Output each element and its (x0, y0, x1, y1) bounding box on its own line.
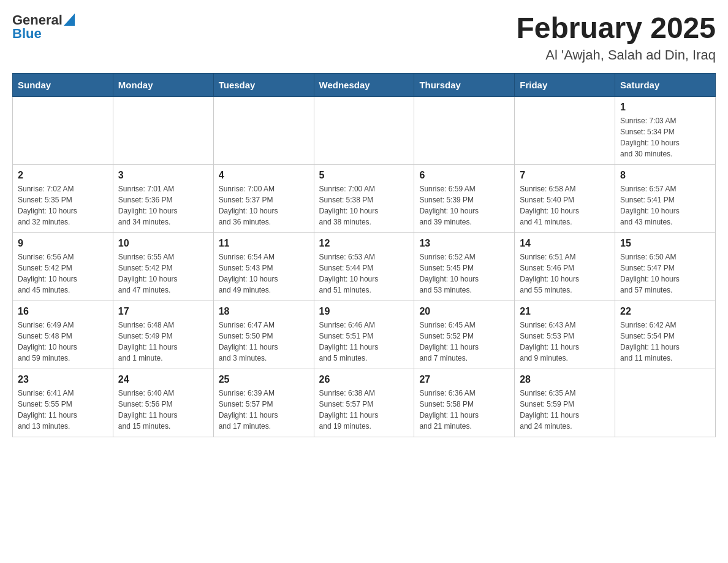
calendar-week-2: 2Sunrise: 7:02 AM Sunset: 5:35 PM Daylig… (13, 164, 716, 232)
calendar-cell: 8Sunrise: 6:57 AM Sunset: 5:41 PM Daylig… (615, 164, 716, 232)
day-info: Sunrise: 7:03 AM Sunset: 5:34 PM Dayligh… (620, 115, 710, 159)
day-info: Sunrise: 7:02 AM Sunset: 5:35 PM Dayligh… (18, 183, 108, 228)
day-info: Sunrise: 6:51 AM Sunset: 5:46 PM Dayligh… (520, 251, 610, 296)
day-number: 17 (118, 306, 208, 317)
weekday-header-friday: Friday (515, 73, 615, 96)
day-number: 6 (419, 170, 509, 181)
logo: General Blue (12, 12, 75, 42)
day-info: Sunrise: 6:53 AM Sunset: 5:44 PM Dayligh… (319, 251, 409, 296)
day-number: 20 (419, 306, 509, 317)
day-info: Sunrise: 6:41 AM Sunset: 5:55 PM Dayligh… (18, 388, 108, 432)
calendar-cell: 18Sunrise: 6:47 AM Sunset: 5:50 PM Dayli… (213, 301, 314, 369)
calendar-cell: 21Sunrise: 6:43 AM Sunset: 5:53 PM Dayli… (515, 301, 615, 369)
calendar-cell (13, 96, 113, 164)
day-info: Sunrise: 6:54 AM Sunset: 5:43 PM Dayligh… (219, 251, 309, 296)
day-number: 13 (419, 238, 509, 249)
day-number: 12 (319, 238, 409, 249)
day-number: 18 (219, 306, 309, 317)
day-number: 7 (520, 170, 610, 181)
calendar-cell: 27Sunrise: 6:36 AM Sunset: 5:58 PM Dayli… (414, 369, 515, 437)
calendar-cell: 17Sunrise: 6:48 AM Sunset: 5:49 PM Dayli… (113, 301, 213, 369)
day-number: 16 (18, 306, 108, 317)
day-info: Sunrise: 6:47 AM Sunset: 5:50 PM Dayligh… (219, 320, 309, 364)
day-info: Sunrise: 6:49 AM Sunset: 5:48 PM Dayligh… (18, 320, 108, 364)
location-title: Al 'Awjah, Salah ad Din, Iraq (516, 47, 716, 63)
weekday-header-wednesday: Wednesday (314, 73, 414, 96)
calendar-cell: 7Sunrise: 6:58 AM Sunset: 5:40 PM Daylig… (515, 164, 615, 232)
calendar-cell: 28Sunrise: 6:35 AM Sunset: 5:59 PM Dayli… (515, 369, 615, 437)
day-number: 10 (118, 238, 208, 249)
day-number: 23 (18, 374, 108, 385)
day-info: Sunrise: 6:59 AM Sunset: 5:39 PM Dayligh… (419, 183, 509, 228)
day-info: Sunrise: 6:35 AM Sunset: 5:59 PM Dayligh… (520, 388, 610, 432)
calendar-cell: 9Sunrise: 6:56 AM Sunset: 5:42 PM Daylig… (13, 232, 113, 301)
day-info: Sunrise: 7:00 AM Sunset: 5:37 PM Dayligh… (219, 183, 309, 228)
day-info: Sunrise: 6:48 AM Sunset: 5:49 PM Dayligh… (118, 320, 208, 364)
day-info: Sunrise: 7:01 AM Sunset: 5:36 PM Dayligh… (118, 183, 208, 228)
day-info: Sunrise: 6:38 AM Sunset: 5:57 PM Dayligh… (319, 388, 409, 432)
calendar-cell: 14Sunrise: 6:51 AM Sunset: 5:46 PM Dayli… (515, 232, 615, 301)
calendar-cell: 22Sunrise: 6:42 AM Sunset: 5:54 PM Dayli… (615, 301, 716, 369)
day-number: 19 (319, 306, 409, 317)
calendar-cell: 16Sunrise: 6:49 AM Sunset: 5:48 PM Dayli… (13, 301, 113, 369)
day-number: 4 (219, 170, 309, 181)
day-number: 28 (520, 374, 610, 385)
day-info: Sunrise: 6:50 AM Sunset: 5:47 PM Dayligh… (620, 251, 710, 296)
logo-blue-text: Blue (12, 26, 42, 42)
calendar-cell: 2Sunrise: 7:02 AM Sunset: 5:35 PM Daylig… (13, 164, 113, 232)
weekday-header-thursday: Thursday (414, 73, 515, 96)
day-number: 26 (319, 374, 409, 385)
title-block: February 2025 Al 'Awjah, Salah ad Din, I… (516, 12, 716, 63)
day-info: Sunrise: 6:46 AM Sunset: 5:51 PM Dayligh… (319, 320, 409, 364)
month-title: February 2025 (516, 12, 716, 45)
day-number: 22 (620, 306, 710, 317)
calendar-cell: 26Sunrise: 6:38 AM Sunset: 5:57 PM Dayli… (314, 369, 414, 437)
day-number: 14 (520, 238, 610, 249)
calendar-cell: 10Sunrise: 6:55 AM Sunset: 5:42 PM Dayli… (113, 232, 213, 301)
day-info: Sunrise: 6:58 AM Sunset: 5:40 PM Dayligh… (520, 183, 610, 228)
logo-triangle-icon (64, 13, 75, 26)
calendar-cell (414, 96, 515, 164)
calendar-week-3: 9Sunrise: 6:56 AM Sunset: 5:42 PM Daylig… (13, 232, 716, 301)
day-number: 5 (319, 170, 409, 181)
calendar-cell (113, 96, 213, 164)
day-info: Sunrise: 6:36 AM Sunset: 5:58 PM Dayligh… (419, 388, 509, 432)
day-number: 8 (620, 170, 710, 181)
day-info: Sunrise: 6:40 AM Sunset: 5:56 PM Dayligh… (118, 388, 208, 432)
weekday-header-tuesday: Tuesday (213, 73, 314, 96)
calendar-cell (515, 96, 615, 164)
day-number: 15 (620, 238, 710, 249)
day-number: 11 (219, 238, 309, 249)
day-info: Sunrise: 6:56 AM Sunset: 5:42 PM Dayligh… (18, 251, 108, 296)
calendar-cell (314, 96, 414, 164)
calendar-cell: 1Sunrise: 7:03 AM Sunset: 5:34 PM Daylig… (615, 96, 716, 164)
day-number: 3 (118, 170, 208, 181)
day-info: Sunrise: 7:00 AM Sunset: 5:38 PM Dayligh… (319, 183, 409, 228)
calendar-body: 1Sunrise: 7:03 AM Sunset: 5:34 PM Daylig… (13, 96, 716, 437)
calendar-cell: 20Sunrise: 6:45 AM Sunset: 5:52 PM Dayli… (414, 301, 515, 369)
svg-marker-0 (64, 13, 75, 26)
calendar-week-5: 23Sunrise: 6:41 AM Sunset: 5:55 PM Dayli… (13, 369, 716, 437)
weekday-header-monday: Monday (113, 73, 213, 96)
day-info: Sunrise: 6:42 AM Sunset: 5:54 PM Dayligh… (620, 320, 710, 364)
day-number: 21 (520, 306, 610, 317)
calendar-cell: 11Sunrise: 6:54 AM Sunset: 5:43 PM Dayli… (213, 232, 314, 301)
day-info: Sunrise: 6:43 AM Sunset: 5:53 PM Dayligh… (520, 320, 610, 364)
calendar-header: SundayMondayTuesdayWednesdayThursdayFrid… (13, 73, 716, 96)
day-info: Sunrise: 6:52 AM Sunset: 5:45 PM Dayligh… (419, 251, 509, 296)
calendar-cell: 5Sunrise: 7:00 AM Sunset: 5:38 PM Daylig… (314, 164, 414, 232)
day-info: Sunrise: 6:55 AM Sunset: 5:42 PM Dayligh… (118, 251, 208, 296)
calendar-cell: 23Sunrise: 6:41 AM Sunset: 5:55 PM Dayli… (13, 369, 113, 437)
day-number: 9 (18, 238, 108, 249)
calendar-cell: 25Sunrise: 6:39 AM Sunset: 5:57 PM Dayli… (213, 369, 314, 437)
calendar-cell (615, 369, 716, 437)
day-info: Sunrise: 6:45 AM Sunset: 5:52 PM Dayligh… (419, 320, 509, 364)
calendar-week-4: 16Sunrise: 6:49 AM Sunset: 5:48 PM Dayli… (13, 301, 716, 369)
calendar-cell: 3Sunrise: 7:01 AM Sunset: 5:36 PM Daylig… (113, 164, 213, 232)
calendar-cell: 4Sunrise: 7:00 AM Sunset: 5:37 PM Daylig… (213, 164, 314, 232)
calendar-cell: 13Sunrise: 6:52 AM Sunset: 5:45 PM Dayli… (414, 232, 515, 301)
calendar-table: SundayMondayTuesdayWednesdayThursdayFrid… (12, 73, 716, 437)
calendar-cell: 24Sunrise: 6:40 AM Sunset: 5:56 PM Dayli… (113, 369, 213, 437)
weekday-header-row: SundayMondayTuesdayWednesdayThursdayFrid… (13, 73, 716, 96)
weekday-header-sunday: Sunday (13, 73, 113, 96)
